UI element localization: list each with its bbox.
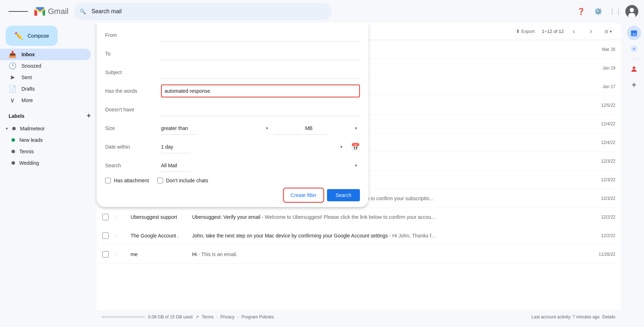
sidebar-item-more[interactable]: ∨ More	[0, 95, 91, 106]
date-within-select[interactable]: 1 day 3 days 1 week 2 weeks 1 month 2 mo…	[161, 140, 190, 153]
right-sidebar-separator	[630, 59, 638, 59]
view-options-button[interactable]: ⊟ ▾	[601, 24, 615, 39]
email-row[interactable]: ☆ ▶ The Google Account . John, take the …	[97, 226, 621, 245]
email-date: 12/3/22	[594, 159, 615, 164]
privacy-link[interactable]: Privacy	[220, 314, 234, 319]
labels-section-header: Labels +	[0, 106, 97, 123]
size-unit-select[interactable]: MB KB Bytes	[305, 122, 327, 135]
storage-used-label: 0.08 GB of 15 GB used	[148, 314, 192, 319]
right-sidebar-calendar[interactable]: 31	[627, 26, 641, 40]
avatar[interactable]	[625, 5, 638, 18]
sidebar: ✏️ Compose 📥 Inbox 🕐 Snoozed ➤ Sent 📄 Dr…	[0, 23, 97, 327]
search-icon: 🔍	[80, 9, 86, 14]
compose-label: Compose	[28, 33, 49, 39]
has-words-input[interactable]	[161, 85, 360, 97]
sidebar-item-more-label: More	[21, 97, 85, 103]
inbox-icon: 📥	[9, 51, 16, 58]
details-link[interactable]: Details	[602, 314, 615, 319]
email-date: 12/2/22	[594, 215, 615, 220]
email-date: 12/4/22	[594, 121, 615, 126]
calendar-icon[interactable]: 📅	[351, 143, 360, 151]
right-sidebar-add[interactable]: +	[627, 78, 641, 92]
dont-include-chats-label: Don't include chats	[166, 178, 208, 183]
snoozed-icon: 🕐	[9, 62, 16, 70]
email-sender: Ubersuggest support	[131, 214, 188, 220]
sidebar-item-inbox[interactable]: 📥 Inbox	[0, 49, 91, 60]
sidebar-item-sent[interactable]: ➤ Sent	[0, 72, 91, 83]
add-label-button[interactable]: +	[87, 112, 91, 120]
storage-bar	[102, 316, 145, 318]
has-attachment-checkbox-label[interactable]: Has attachment	[105, 178, 149, 183]
doesnt-have-row: Doesn't have	[97, 100, 369, 119]
compose-icon: ✏️	[14, 32, 23, 40]
email-row[interactable]: ☆ ▶ Ubersuggest support Ubersuggest: Ver…	[97, 208, 621, 226]
size-label: Size	[105, 125, 155, 131]
menu-button[interactable]	[6, 7, 31, 16]
svg-point-7	[633, 67, 635, 69]
right-sidebar-contacts[interactable]	[627, 62, 641, 76]
star-icon[interactable]: ☆	[113, 251, 118, 258]
next-page-button[interactable]: ›	[584, 24, 598, 39]
size-comparison-select[interactable]: greater than less than	[161, 122, 197, 135]
from-label: From	[105, 32, 155, 38]
has-words-row: Has the words	[97, 82, 369, 100]
sidebar-item-snoozed[interactable]: 🕐 Snoozed	[0, 60, 91, 72]
new-leads-dot	[11, 138, 15, 142]
right-sidebar-tasks[interactable]	[627, 42, 641, 56]
prev-page-button[interactable]: ‹	[567, 24, 581, 39]
dont-include-chats-checkbox-label[interactable]: Don't include chats	[157, 178, 208, 183]
email-row[interactable]: ☆ ▶ me Hi - This is an email. 11/26/22	[97, 245, 621, 264]
doesnt-have-label: Doesn't have	[105, 107, 155, 112]
date-label: Date within	[105, 144, 155, 150]
footer-right: Last account activity: 7 minutes ago Det…	[532, 314, 615, 319]
export-label: Export	[521, 29, 535, 34]
doesnt-have-input[interactable]	[161, 103, 360, 116]
help-button[interactable]: ❓	[574, 4, 588, 19]
from-input[interactable]	[161, 29, 360, 42]
sidebar-item-wedding[interactable]: Wedding	[0, 157, 91, 169]
email-date: 12/3/22	[594, 196, 615, 201]
star-icon[interactable]: ☆	[113, 213, 118, 220]
storage-info: 0.08 GB of 15 GB used ↗	[102, 314, 199, 319]
to-input[interactable]	[161, 47, 360, 60]
settings-button[interactable]: ⚙️	[591, 4, 605, 19]
search-in-select[interactable]: All Mail Inbox Starred Sent Mail Drafts …	[161, 159, 191, 172]
star-icon[interactable]: ☆	[113, 232, 118, 239]
subject-label: Subject	[105, 69, 155, 75]
program-policies-link[interactable]: Program Policies	[241, 314, 274, 319]
subject-input[interactable]	[161, 66, 360, 79]
sidebar-item-sent-label: Sent	[21, 74, 85, 80]
search-button[interactable]: Search	[327, 189, 360, 201]
sidebar-item-mailmeteor[interactable]: ▾ Mailmeteor	[0, 123, 91, 134]
sidebar-item-drafts[interactable]: 📄 Drafts	[0, 83, 91, 95]
sent-icon: ➤	[9, 73, 16, 81]
tennis-dot	[11, 150, 15, 153]
sidebar-item-tennis-label: Tennis	[19, 149, 34, 154]
right-sidebar: 31 +	[624, 23, 644, 327]
date-row: Date within 1 day 3 days 1 week 2 weeks …	[97, 138, 369, 156]
sidebar-item-tennis[interactable]: Tennis	[0, 146, 91, 157]
export-button[interactable]: ⬆ Export	[512, 24, 539, 39]
has-words-label: Has the words	[105, 88, 155, 94]
create-filter-button[interactable]: Create filter	[284, 189, 322, 201]
email-checkbox[interactable]	[102, 214, 109, 220]
size-controls: greater than less than MB KB Bytes	[161, 122, 360, 135]
size-number-input[interactable]	[274, 122, 302, 135]
topbar: Gmail 🔍 ❓ ⚙️ ⋮⋮	[0, 0, 644, 23]
has-attachment-checkbox[interactable]	[105, 178, 111, 183]
external-link-icon[interactable]: ↗	[195, 314, 199, 319]
email-checkbox[interactable]	[102, 251, 109, 258]
footer: 0.08 GB of 15 GB used ↗ Terms · Privacy …	[97, 310, 621, 324]
sidebar-item-new-leads-label: New leads	[19, 137, 43, 143]
apps-button[interactable]: ⋮⋮	[608, 4, 623, 19]
export-icon: ⬆	[516, 29, 520, 34]
terms-link[interactable]: Terms	[202, 314, 214, 319]
search-input[interactable]	[74, 3, 332, 20]
email-checkbox[interactable]	[102, 232, 109, 239]
sidebar-item-new-leads[interactable]: New leads	[0, 134, 91, 146]
compose-button[interactable]: ✏️ Compose	[6, 26, 58, 46]
toolbar-right: ⬆ Export 1–12 of 12 ‹ › ⊟ ▾	[512, 24, 615, 39]
search-dropdown: From To Subject Has the words Doesn't ha…	[97, 23, 369, 207]
footer-separator-1: ·	[216, 314, 218, 319]
dont-include-chats-checkbox[interactable]	[157, 178, 163, 183]
